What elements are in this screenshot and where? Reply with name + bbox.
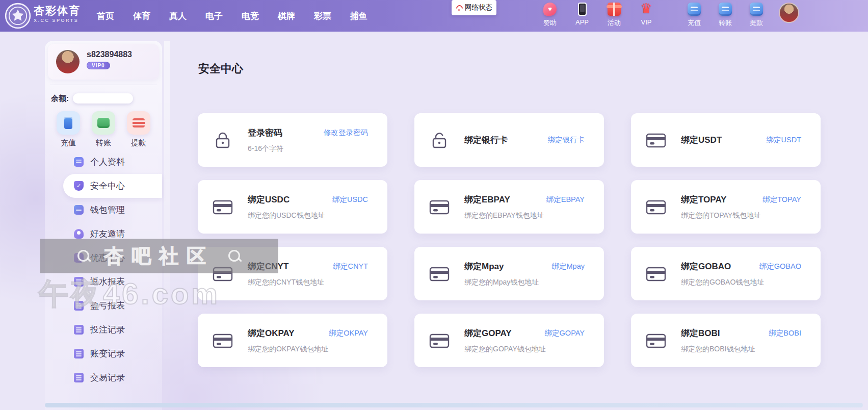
- bank-card-icon: [644, 262, 668, 286]
- user-card: s823894883 VIP0: [48, 44, 159, 80]
- card-subtitle: 绑定您的OKPAY钱包地址: [248, 345, 368, 354]
- bind-usdc-link[interactable]: 绑定USDC: [332, 195, 368, 204]
- bind-bank-card-link[interactable]: 绑定银行卡: [548, 135, 585, 145]
- bank-card-icon: [428, 195, 451, 219]
- sidebar-divider: [164, 41, 170, 410]
- network-signal-icon: [456, 5, 462, 11]
- nav-item-live[interactable]: 真人: [169, 10, 187, 22]
- bind-ebpay-link[interactable]: 绑定EBPAY: [546, 195, 585, 204]
- card-subtitle: 绑定您的TOPAY钱包地址: [681, 211, 801, 220]
- menu-label: 盈亏报表: [90, 300, 125, 312]
- bank-card-icon: [211, 329, 234, 352]
- wallet-icon: [74, 205, 84, 215]
- menu-label: 好友邀请: [90, 228, 125, 240]
- sidebar-item-wallet-management[interactable]: 钱包管理: [45, 198, 162, 222]
- card-title: 绑定GOBAO: [681, 261, 731, 272]
- bind-bobi-link[interactable]: 绑定BOBI: [769, 328, 801, 338]
- bank-card-icon: [644, 195, 668, 219]
- user-avatar[interactable]: [56, 50, 80, 73]
- quick-transfer-button[interactable]: 转账: [92, 111, 115, 148]
- card-bind-usdt: 绑定USDT 绑定USDT: [631, 113, 821, 167]
- quick-deposit-button[interactable]: 充值: [57, 111, 80, 148]
- nav-item-sports[interactable]: 体育: [133, 10, 150, 22]
- menu-label: 安全中心: [90, 180, 125, 192]
- user-avatar-topbar[interactable]: [779, 3, 799, 23]
- sidebar-item-security-center[interactable]: 安全中心: [63, 174, 162, 198]
- bind-topay-link[interactable]: 绑定TOPAY: [762, 195, 801, 204]
- menu-label: 个人资料: [90, 156, 125, 168]
- sidebar-item-profit-report[interactable]: 盈亏报表: [45, 294, 162, 318]
- rebate-report-icon: [74, 277, 84, 287]
- network-status-badge[interactable]: 网络状态: [452, 0, 496, 15]
- vip-level-badge: VIP0: [87, 62, 110, 69]
- card-bind-okpay: 绑定OKPAY 绑定OKPAY 绑定您的OKPAY钱包地址: [198, 314, 387, 367]
- bind-okpay-link[interactable]: 绑定OKPAY: [329, 328, 368, 338]
- quick-withdraw-button[interactable]: 提款: [127, 111, 150, 148]
- shield-icon: [74, 181, 84, 191]
- page-title: 安全中心: [198, 61, 243, 76]
- card-title: 绑定OKPAY: [248, 327, 295, 339]
- card-title: 绑定TOPAY: [681, 194, 726, 206]
- deposit-button[interactable]: 充值: [683, 3, 705, 28]
- bind-gopay-link[interactable]: 绑定GOPAY: [545, 328, 585, 338]
- card-title: 绑定USDC: [248, 194, 290, 206]
- transfer-icon: [719, 3, 732, 16]
- card-title: 登录密码: [248, 127, 282, 139]
- withdraw-button[interactable]: 提款: [745, 3, 768, 28]
- sponsor-button[interactable]: 赞助: [539, 3, 561, 28]
- card-bind-topay: 绑定TOPAY 绑定TOPAY 绑定您的TOPAY钱包地址: [631, 180, 821, 234]
- network-status-label: 网络状态: [465, 3, 492, 12]
- security-cards-grid: 登录密码 修改登录密码 6-16个字符 绑定银行卡 绑定银行卡: [198, 113, 821, 367]
- sidebar-item-account-records[interactable]: 账变记录: [45, 342, 162, 366]
- card-bind-gopay: 绑定GOPAY 绑定GOPAY 绑定您的GOPAY钱包地址: [414, 314, 604, 367]
- menu-label: 钱包管理: [90, 204, 125, 216]
- top-icon-group: 赞助 APP 活动 VIP: [539, 3, 657, 28]
- user-card-separator: [50, 85, 157, 85]
- nav-item-esports[interactable]: 电竞: [242, 10, 259, 22]
- bind-mpay-link[interactable]: 绑定Mpay: [552, 262, 585, 271]
- sidebar-item-promo-center[interactable]: 优惠中心: [45, 246, 162, 270]
- sidebar-item-profile[interactable]: 个人资料: [45, 150, 162, 174]
- card-subtitle: 绑定您的GOBAO钱包地址: [681, 278, 801, 287]
- sidebar-item-bet-records[interactable]: 投注记录: [45, 318, 162, 342]
- profit-report-icon: [74, 301, 84, 311]
- withdraw-icon: [750, 3, 763, 16]
- quick-actions: 充值 转账 提款: [45, 111, 162, 148]
- horizontal-scrollbar[interactable]: [45, 403, 863, 407]
- vip-label: VIP: [641, 18, 652, 26]
- menu-label: 投注记录: [90, 324, 125, 336]
- wallet-icon-group: 充值 转账 提款: [683, 3, 768, 28]
- nav-item-lottery[interactable]: 彩票: [314, 10, 331, 22]
- menu-label: 交易记录: [90, 372, 125, 383]
- card-title: 绑定银行卡: [464, 134, 508, 146]
- activity-button[interactable]: 活动: [603, 3, 625, 28]
- nav-item-home[interactable]: 首页: [97, 10, 114, 22]
- sponsor-label: 赞助: [543, 18, 557, 28]
- card-subtitle: 绑定您的USDC钱包地址: [248, 211, 368, 220]
- transfer-button[interactable]: 转账: [714, 3, 737, 28]
- nav-item-chess[interactable]: 棋牌: [278, 10, 295, 22]
- bet-records-icon: [74, 325, 84, 335]
- vip-button[interactable]: VIP: [635, 3, 657, 28]
- bank-card-icon: [211, 195, 234, 219]
- menu-label: 账变记录: [90, 348, 125, 360]
- card-title: 绑定GOPAY: [464, 327, 512, 339]
- brand-logo-icon[interactable]: [4, 2, 32, 30]
- app-download-button[interactable]: APP: [571, 3, 593, 28]
- brand-text[interactable]: 杏彩体育 X.CC SPORTS: [34, 5, 81, 23]
- bind-gobao-link[interactable]: 绑定GOBAO: [759, 262, 801, 271]
- card-subtitle: 绑定您的Mpay钱包地址: [464, 278, 585, 287]
- quick-transfer-label: 转账: [96, 138, 111, 148]
- sidebar-item-rebate-report[interactable]: 返水报表: [45, 270, 162, 294]
- bind-cnyt-link[interactable]: 绑定CNYT: [333, 262, 368, 271]
- nav-item-fishing[interactable]: 捕鱼: [350, 10, 367, 22]
- change-login-password-link[interactable]: 修改登录密码: [324, 128, 368, 138]
- nav-item-slots[interactable]: 电子: [205, 10, 223, 22]
- bind-usdt-link[interactable]: 绑定USDT: [767, 135, 801, 145]
- main-nav: 首页 体育 真人 电子 电竞 棋牌 彩票 捕鱼: [97, 0, 367, 32]
- sidebar-item-transaction-records[interactable]: 交易记录: [45, 366, 162, 390]
- profile-icon: [74, 157, 84, 167]
- card-bind-ebpay: 绑定EBPAY 绑定EBPAY 绑定您的EBPAY钱包地址: [414, 180, 604, 234]
- bank-card-icon: [428, 262, 451, 286]
- sidebar-item-friend-invite[interactable]: 好友邀请: [45, 222, 162, 246]
